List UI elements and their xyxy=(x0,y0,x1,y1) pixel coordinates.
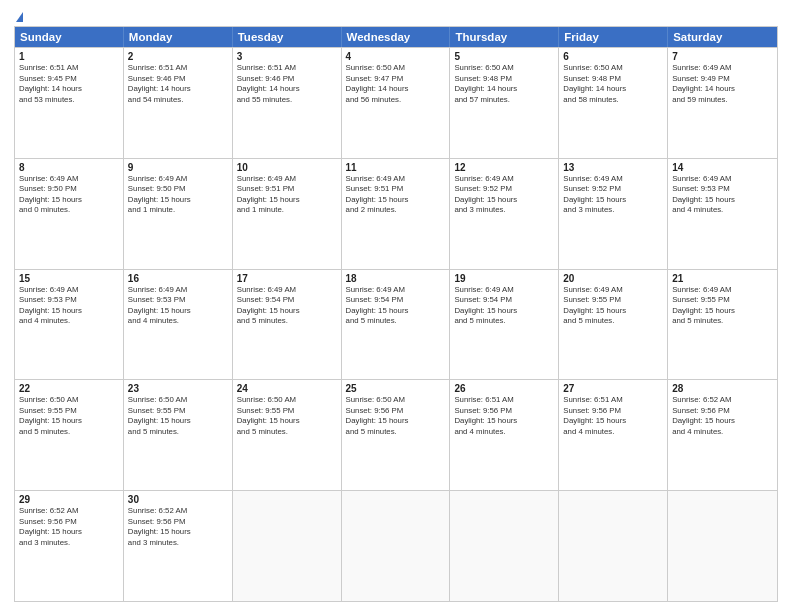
cell-day-number: 26 xyxy=(454,383,554,394)
cell-info: Sunrise: 6:51 AM Sunset: 9:56 PM Dayligh… xyxy=(563,395,663,437)
cell-info: Sunrise: 6:50 AM Sunset: 9:55 PM Dayligh… xyxy=(19,395,119,437)
cell-day-number: 10 xyxy=(237,162,337,173)
col-header-wednesday: Wednesday xyxy=(342,27,451,47)
cell-day-number: 7 xyxy=(672,51,773,62)
cal-cell: 29Sunrise: 6:52 AM Sunset: 9:56 PM Dayli… xyxy=(15,491,124,601)
week-3: 22Sunrise: 6:50 AM Sunset: 9:55 PM Dayli… xyxy=(15,379,777,490)
cell-day-number: 29 xyxy=(19,494,119,505)
cell-day-number: 3 xyxy=(237,51,337,62)
cell-day-number: 12 xyxy=(454,162,554,173)
cal-cell: 3Sunrise: 6:51 AM Sunset: 9:46 PM Daylig… xyxy=(233,48,342,158)
cell-info: Sunrise: 6:49 AM Sunset: 9:51 PM Dayligh… xyxy=(237,174,337,216)
cal-cell: 9Sunrise: 6:49 AM Sunset: 9:50 PM Daylig… xyxy=(124,159,233,269)
cell-info: Sunrise: 6:49 AM Sunset: 9:53 PM Dayligh… xyxy=(128,285,228,327)
cell-info: Sunrise: 6:49 AM Sunset: 9:50 PM Dayligh… xyxy=(128,174,228,216)
cell-info: Sunrise: 6:52 AM Sunset: 9:56 PM Dayligh… xyxy=(19,506,119,548)
cal-cell xyxy=(668,491,777,601)
cell-day-number: 5 xyxy=(454,51,554,62)
cal-cell: 22Sunrise: 6:50 AM Sunset: 9:55 PM Dayli… xyxy=(15,380,124,490)
cell-info: Sunrise: 6:49 AM Sunset: 9:53 PM Dayligh… xyxy=(672,174,773,216)
col-header-tuesday: Tuesday xyxy=(233,27,342,47)
cell-day-number: 24 xyxy=(237,383,337,394)
cell-info: Sunrise: 6:50 AM Sunset: 9:48 PM Dayligh… xyxy=(563,63,663,105)
logo-triangle-icon xyxy=(16,12,23,22)
cal-cell: 28Sunrise: 6:52 AM Sunset: 9:56 PM Dayli… xyxy=(668,380,777,490)
col-header-monday: Monday xyxy=(124,27,233,47)
cal-cell: 10Sunrise: 6:49 AM Sunset: 9:51 PM Dayli… xyxy=(233,159,342,269)
cell-info: Sunrise: 6:51 AM Sunset: 9:46 PM Dayligh… xyxy=(237,63,337,105)
cal-cell xyxy=(342,491,451,601)
week-4: 29Sunrise: 6:52 AM Sunset: 9:56 PM Dayli… xyxy=(15,490,777,601)
cal-cell xyxy=(559,491,668,601)
cell-info: Sunrise: 6:50 AM Sunset: 9:47 PM Dayligh… xyxy=(346,63,446,105)
cell-day-number: 11 xyxy=(346,162,446,173)
cal-cell: 25Sunrise: 6:50 AM Sunset: 9:56 PM Dayli… xyxy=(342,380,451,490)
cell-info: Sunrise: 6:49 AM Sunset: 9:52 PM Dayligh… xyxy=(563,174,663,216)
cell-day-number: 15 xyxy=(19,273,119,284)
cal-cell: 18Sunrise: 6:49 AM Sunset: 9:54 PM Dayli… xyxy=(342,270,451,380)
cell-day-number: 18 xyxy=(346,273,446,284)
cal-cell: 7Sunrise: 6:49 AM Sunset: 9:49 PM Daylig… xyxy=(668,48,777,158)
cell-info: Sunrise: 6:50 AM Sunset: 9:55 PM Dayligh… xyxy=(237,395,337,437)
cell-info: Sunrise: 6:49 AM Sunset: 9:54 PM Dayligh… xyxy=(237,285,337,327)
cell-day-number: 22 xyxy=(19,383,119,394)
header xyxy=(14,10,778,22)
cell-day-number: 13 xyxy=(563,162,663,173)
cell-day-number: 25 xyxy=(346,383,446,394)
cell-day-number: 16 xyxy=(128,273,228,284)
calendar: SundayMondayTuesdayWednesdayThursdayFrid… xyxy=(14,26,778,602)
cell-day-number: 2 xyxy=(128,51,228,62)
cell-day-number: 19 xyxy=(454,273,554,284)
cal-cell xyxy=(450,491,559,601)
cal-cell: 30Sunrise: 6:52 AM Sunset: 9:56 PM Dayli… xyxy=(124,491,233,601)
week-1: 8Sunrise: 6:49 AM Sunset: 9:50 PM Daylig… xyxy=(15,158,777,269)
cell-day-number: 21 xyxy=(672,273,773,284)
cal-cell: 13Sunrise: 6:49 AM Sunset: 9:52 PM Dayli… xyxy=(559,159,668,269)
cell-day-number: 28 xyxy=(672,383,773,394)
cal-cell: 12Sunrise: 6:49 AM Sunset: 9:52 PM Dayli… xyxy=(450,159,559,269)
cell-info: Sunrise: 6:49 AM Sunset: 9:51 PM Dayligh… xyxy=(346,174,446,216)
cell-info: Sunrise: 6:49 AM Sunset: 9:53 PM Dayligh… xyxy=(19,285,119,327)
cal-cell: 11Sunrise: 6:49 AM Sunset: 9:51 PM Dayli… xyxy=(342,159,451,269)
cell-day-number: 20 xyxy=(563,273,663,284)
cal-cell: 4Sunrise: 6:50 AM Sunset: 9:47 PM Daylig… xyxy=(342,48,451,158)
cell-info: Sunrise: 6:49 AM Sunset: 9:55 PM Dayligh… xyxy=(672,285,773,327)
cal-cell: 19Sunrise: 6:49 AM Sunset: 9:54 PM Dayli… xyxy=(450,270,559,380)
cal-cell: 6Sunrise: 6:50 AM Sunset: 9:48 PM Daylig… xyxy=(559,48,668,158)
cell-day-number: 6 xyxy=(563,51,663,62)
cal-cell: 16Sunrise: 6:49 AM Sunset: 9:53 PM Dayli… xyxy=(124,270,233,380)
week-2: 15Sunrise: 6:49 AM Sunset: 9:53 PM Dayli… xyxy=(15,269,777,380)
cell-day-number: 1 xyxy=(19,51,119,62)
logo xyxy=(14,10,23,22)
cell-info: Sunrise: 6:49 AM Sunset: 9:50 PM Dayligh… xyxy=(19,174,119,216)
cell-info: Sunrise: 6:50 AM Sunset: 9:55 PM Dayligh… xyxy=(128,395,228,437)
cell-day-number: 9 xyxy=(128,162,228,173)
cell-info: Sunrise: 6:49 AM Sunset: 9:49 PM Dayligh… xyxy=(672,63,773,105)
col-header-sunday: Sunday xyxy=(15,27,124,47)
cal-cell: 27Sunrise: 6:51 AM Sunset: 9:56 PM Dayli… xyxy=(559,380,668,490)
cal-cell: 21Sunrise: 6:49 AM Sunset: 9:55 PM Dayli… xyxy=(668,270,777,380)
cal-cell: 5Sunrise: 6:50 AM Sunset: 9:48 PM Daylig… xyxy=(450,48,559,158)
cell-info: Sunrise: 6:49 AM Sunset: 9:55 PM Dayligh… xyxy=(563,285,663,327)
cal-cell xyxy=(233,491,342,601)
cal-cell: 1Sunrise: 6:51 AM Sunset: 9:45 PM Daylig… xyxy=(15,48,124,158)
calendar-body: 1Sunrise: 6:51 AM Sunset: 9:45 PM Daylig… xyxy=(15,47,777,601)
cal-cell: 8Sunrise: 6:49 AM Sunset: 9:50 PM Daylig… xyxy=(15,159,124,269)
cal-cell: 14Sunrise: 6:49 AM Sunset: 9:53 PM Dayli… xyxy=(668,159,777,269)
cell-info: Sunrise: 6:51 AM Sunset: 9:46 PM Dayligh… xyxy=(128,63,228,105)
cell-day-number: 17 xyxy=(237,273,337,284)
cal-cell: 15Sunrise: 6:49 AM Sunset: 9:53 PM Dayli… xyxy=(15,270,124,380)
cell-day-number: 4 xyxy=(346,51,446,62)
cal-cell: 17Sunrise: 6:49 AM Sunset: 9:54 PM Dayli… xyxy=(233,270,342,380)
cell-day-number: 23 xyxy=(128,383,228,394)
cal-cell: 2Sunrise: 6:51 AM Sunset: 9:46 PM Daylig… xyxy=(124,48,233,158)
col-header-saturday: Saturday xyxy=(668,27,777,47)
calendar-header: SundayMondayTuesdayWednesdayThursdayFrid… xyxy=(15,27,777,47)
cell-info: Sunrise: 6:51 AM Sunset: 9:56 PM Dayligh… xyxy=(454,395,554,437)
cell-info: Sunrise: 6:50 AM Sunset: 9:56 PM Dayligh… xyxy=(346,395,446,437)
cell-info: Sunrise: 6:50 AM Sunset: 9:48 PM Dayligh… xyxy=(454,63,554,105)
week-0: 1Sunrise: 6:51 AM Sunset: 9:45 PM Daylig… xyxy=(15,47,777,158)
page: SundayMondayTuesdayWednesdayThursdayFrid… xyxy=(0,0,792,612)
cell-info: Sunrise: 6:52 AM Sunset: 9:56 PM Dayligh… xyxy=(128,506,228,548)
cal-cell: 23Sunrise: 6:50 AM Sunset: 9:55 PM Dayli… xyxy=(124,380,233,490)
